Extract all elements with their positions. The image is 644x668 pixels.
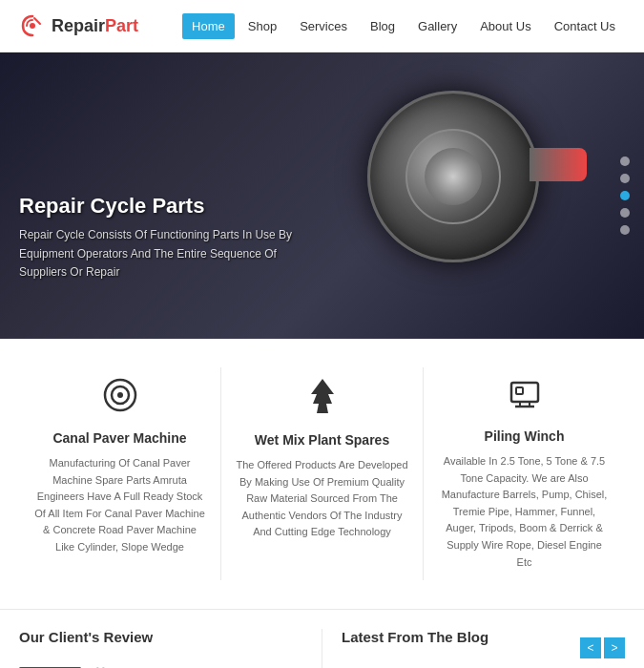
- piling-winch-desc: Available In 2.5 Tone, 5 Tone & 7.5 Tone…: [438, 453, 611, 571]
- blog-header: Latest From The Blog < >: [342, 629, 625, 667]
- canal-paver-icon: [33, 377, 206, 419]
- blog-navigation: < >: [580, 637, 625, 658]
- feature-canal-paver: Canal Paver Machine Manufacturing Of Can…: [19, 367, 221, 580]
- piling-winch-icon: [438, 377, 611, 417]
- blog-prev-button[interactable]: <: [580, 637, 601, 658]
- wet-mix-desc: The Offered Products Are Developed By Ma…: [236, 457, 408, 541]
- hero-dot-4[interactable]: [620, 208, 630, 218]
- hero-section: Repair Cycle Parts Repair Cycle Consists…: [0, 52, 644, 339]
- main-nav: Home Shop Services Blog Gallery About Us…: [182, 13, 625, 39]
- reviews-title: Our Client's Review: [19, 629, 302, 653]
- logo[interactable]: RepairPart: [19, 12, 138, 39]
- hero-title: Repair Cycle Parts: [19, 194, 324, 219]
- nav-home[interactable]: Home: [182, 13, 235, 39]
- features-section: Canal Paver Machine Manufacturing Of Can…: [0, 339, 644, 610]
- svg-point-3: [117, 392, 123, 398]
- hero-dot-2[interactable]: [620, 174, 630, 183]
- feature-wet-mix: Wet Mix Plant Spares The Offered Product…: [221, 367, 424, 580]
- svg-point-0: [30, 23, 35, 29]
- feature-piling-winch: Piling Winch Available In 2.5 Tone, 5 To…: [424, 367, 625, 580]
- piling-winch-title: Piling Winch: [438, 428, 611, 444]
- blog-section: Latest From The Blog < > Surplus Cnc Mac…: [322, 629, 625, 668]
- wet-mix-icon: [236, 377, 408, 421]
- blog-title: Latest From The Blog: [342, 629, 488, 653]
- nav-contact[interactable]: Contact Us: [545, 13, 625, 39]
- canal-paver-desc: Manufacturing Of Canal Paver Machine Spa…: [33, 455, 206, 556]
- hero-dots: [620, 157, 630, 235]
- canal-paver-title: Canal Paver Machine: [33, 430, 206, 446]
- hero-background: Repair Cycle Parts Repair Cycle Consists…: [0, 52, 644, 339]
- nav-gallery[interactable]: Gallery: [408, 13, 467, 39]
- hero-dot-3[interactable]: [620, 191, 630, 200]
- nav-services[interactable]: Services: [290, 13, 357, 39]
- hero-image: [348, 72, 587, 320]
- reviews-section: Our Client's Review ❝ Ordered Genuine Pa…: [19, 629, 322, 668]
- nav-shop[interactable]: Shop: [239, 13, 286, 39]
- hero-content: Repair Cycle Parts Repair Cycle Consists…: [19, 194, 324, 282]
- blog-next-button[interactable]: >: [604, 637, 625, 658]
- hero-dot-5[interactable]: [620, 225, 630, 235]
- logo-icon: [19, 12, 46, 39]
- nav-about[interactable]: About Us: [470, 13, 540, 39]
- wet-mix-title: Wet Mix Plant Spares: [236, 432, 408, 448]
- nav-blog[interactable]: Blog: [361, 13, 405, 39]
- hero-description: Repair Cycle Consists Of Functioning Par…: [19, 226, 324, 282]
- site-header: RepairPart Home Shop Services Blog Galle…: [0, 0, 644, 52]
- logo-text: RepairPart: [52, 16, 138, 36]
- svg-marker-4: [311, 379, 334, 413]
- hero-dot-1[interactable]: [620, 157, 630, 166]
- bottom-section: Our Client's Review ❝ Ordered Genuine Pa…: [0, 610, 644, 668]
- svg-rect-8: [516, 387, 523, 394]
